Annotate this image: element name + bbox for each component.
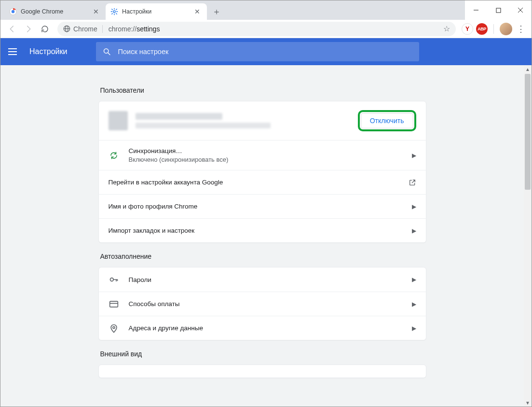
profile-name-photo-row[interactable]: Имя и фото профиля Chrome ▶	[99, 194, 426, 218]
settings-search-box[interactable]	[96, 42, 419, 61]
forward-button[interactable]	[22, 22, 35, 36]
tab-settings[interactable]: Настройки ✕	[106, 3, 207, 20]
appearance-card	[98, 365, 426, 378]
scheme-label: Chrome	[73, 25, 97, 33]
window-close-button[interactable]	[509, 2, 532, 18]
row-label: Перейти в настройки аккаунта Google	[109, 179, 399, 186]
settings-page-title: Настройки	[29, 47, 67, 56]
window-minimize-button[interactable]	[465, 2, 487, 18]
address-bar[interactable]: Chrome chrome://settings ☆	[57, 22, 456, 36]
disconnect-button[interactable]: Отключить	[361, 113, 413, 128]
chevron-right-icon: ▶	[412, 301, 416, 308]
section-title-users: Пользователи	[100, 86, 424, 94]
new-tab-button[interactable]: ＋	[210, 5, 223, 18]
section-title-autofill: Автозаполнение	[100, 253, 424, 260]
menu-hamburger-icon[interactable]	[8, 46, 20, 57]
profile-avatar-button[interactable]	[500, 23, 512, 35]
chevron-right-icon: ▶	[412, 152, 416, 159]
svg-point-12	[110, 278, 113, 281]
window-maximize-button[interactable]	[487, 2, 509, 18]
sync-icon	[109, 151, 119, 160]
svg-point-6	[113, 11, 115, 13]
tab-google-chrome[interactable]: Google Chrome ✕	[4, 3, 106, 20]
profile-row: Отключить	[99, 101, 426, 140]
extension-yandex-icon[interactable]: Y	[462, 23, 473, 35]
extension-abp-icon[interactable]: ABP	[476, 23, 488, 35]
row-label: Имя и фото профиля Chrome	[109, 203, 402, 210]
reload-button[interactable]	[38, 22, 52, 36]
scroll-down-icon[interactable]: ▼	[524, 399, 532, 407]
tab-title: Настройки	[122, 8, 189, 15]
settings-header: Настройки	[0, 38, 532, 65]
svg-point-15	[112, 326, 114, 328]
profile-info	[136, 113, 350, 128]
bookmark-star-icon[interactable]: ☆	[443, 24, 450, 33]
row-label: Способы оплаты	[129, 300, 402, 308]
scroll-up-icon[interactable]: ▲	[524, 65, 532, 73]
svg-rect-1	[496, 8, 501, 13]
tab-close-icon[interactable]: ✕	[91, 8, 101, 15]
users-card: Отключить Синхронизация… Включено (синхр…	[98, 101, 426, 243]
payments-row[interactable]: Способы оплаты ▶	[99, 292, 426, 316]
credit-card-icon	[109, 299, 119, 309]
chevron-right-icon: ▶	[412, 276, 416, 283]
sync-subtitle: Включено (синхронизировать все)	[129, 156, 402, 163]
tab-title: Google Chrome	[21, 8, 87, 15]
toolbar: Chrome chrome://settings ☆ Y ABP ⋮	[0, 20, 532, 38]
google-account-row[interactable]: Перейти в настройки аккаунта Google	[99, 170, 426, 194]
back-button[interactable]	[5, 22, 19, 36]
tab-strip: Google Chrome ✕ Настройки ✕ ＋	[0, 0, 532, 20]
svg-line-11	[108, 53, 110, 55]
profile-picture	[109, 111, 128, 130]
search-icon	[103, 47, 111, 56]
toolbar-separator	[493, 24, 494, 34]
open-external-icon	[409, 179, 416, 186]
autofill-card: Пароли ▶ Способы оплаты ▶	[98, 267, 426, 340]
scrollbar-thumb[interactable]	[525, 74, 531, 190]
sync-title: Синхронизация…	[129, 147, 402, 154]
window-controls	[465, 0, 532, 20]
sync-row[interactable]: Синхронизация… Включено (синхронизироват…	[99, 140, 426, 170]
chevron-right-icon: ▶	[412, 325, 416, 332]
tab-close-icon[interactable]: ✕	[192, 8, 202, 15]
addresses-row[interactable]: Адреса и другие данные ▶	[99, 316, 426, 340]
scrollbar[interactable]: ▲ ▼	[524, 65, 532, 407]
chrome-favicon-icon	[9, 8, 17, 15]
location-pin-icon	[109, 323, 119, 333]
row-label: Адреса и другие данные	[129, 324, 402, 332]
row-label: Импорт закладок и настроек	[109, 227, 402, 234]
settings-favicon-icon	[110, 8, 118, 15]
site-info-icon[interactable]: Chrome	[63, 25, 105, 33]
chevron-right-icon: ▶	[412, 203, 416, 210]
chrome-menu-button[interactable]: ⋮	[515, 23, 527, 35]
settings-search-input[interactable]	[118, 48, 413, 56]
highlight-annotation: Отключить	[358, 110, 416, 131]
key-icon	[109, 275, 119, 284]
chevron-right-icon: ▶	[412, 227, 416, 234]
svg-rect-13	[109, 301, 118, 307]
import-row[interactable]: Импорт закладок и настроек ▶	[99, 218, 426, 242]
section-title-appearance: Внешний вид	[100, 350, 424, 358]
passwords-row[interactable]: Пароли ▶	[99, 267, 426, 292]
row-label: Пароли	[129, 276, 402, 283]
url-text: chrome://settings	[109, 25, 439, 33]
